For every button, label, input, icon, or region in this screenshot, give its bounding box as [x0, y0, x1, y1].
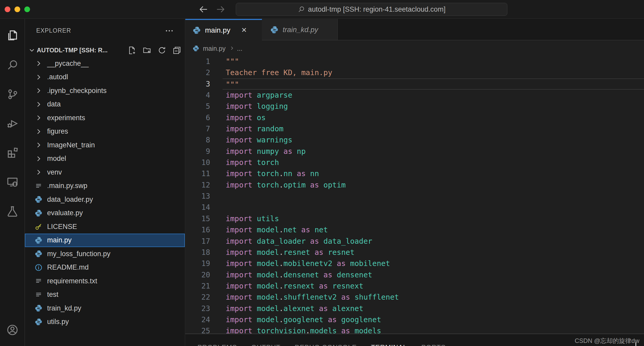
tree-item-data[interactable]: data [25, 98, 185, 111]
refresh-icon[interactable] [158, 46, 166, 55]
search-icon[interactable] [0, 50, 25, 80]
panel-tab-output[interactable]: OUTPUT [251, 343, 281, 346]
editor-area: main.py✕train_kd.py main.py ... 1"""2Tea… [185, 19, 644, 346]
tree-item-label: .ipynb_checkpoints [47, 87, 107, 95]
line-number: 22 [185, 292, 210, 303]
info-file-icon [35, 264, 42, 271]
line-number: 14 [185, 202, 210, 213]
close-window-button[interactable] [5, 6, 10, 12]
chevron-right-icon [35, 87, 42, 95]
tree-item-.autodl[interactable]: .autodl [25, 70, 185, 84]
line-number: 21 [185, 280, 210, 292]
tree-item-experiments[interactable]: experiments [25, 111, 185, 125]
collapse-all-icon[interactable] [173, 46, 181, 55]
line-content: import model.resnext as resnext [223, 280, 644, 292]
code-line: 2Teacher free KD, main.py [185, 67, 644, 78]
minimize-window-button[interactable] [14, 6, 20, 12]
tree-item-.ipynb_checkpoints[interactable]: .ipynb_checkpoints [25, 84, 185, 98]
more-actions-icon[interactable] [165, 26, 174, 35]
breadcrumb-more[interactable]: ... [237, 45, 243, 52]
python-file-icon [193, 45, 199, 52]
panel-tab-terminal[interactable]: TERMINAL [371, 343, 407, 346]
tree-item-my_loss_function.py[interactable]: my_loss_function.py [25, 247, 185, 261]
line-content: import warnings [223, 134, 644, 146]
workspace-section-header[interactable]: AUTODL-TMP [SSH: R... [25, 44, 185, 57]
tree-item-train_kd.py[interactable]: train_kd.py [25, 301, 185, 315]
line-content: import model.mobilenetv2 as mobilenet [223, 258, 644, 269]
tree-item-LICENSE[interactable]: LICENSE [25, 220, 185, 234]
tree-item-venv[interactable]: venv [25, 165, 185, 179]
explorer-icon[interactable] [0, 21, 25, 50]
tree-item-figures[interactable]: figures [25, 125, 185, 139]
tree-item-label: utils.py [47, 318, 69, 326]
tree-item-test[interactable]: test [25, 288, 185, 302]
breadcrumb-file[interactable]: main.py [203, 45, 226, 52]
command-center-search[interactable]: autodl-tmp [SSH: region-41.seetacloud.co… [236, 3, 507, 16]
line-number: 15 [185, 213, 210, 224]
tree-item-__pycache__[interactable]: __pycache__ [25, 57, 185, 70]
code-line: 22import model.shufflenetv2 as shufflene… [185, 292, 644, 303]
code-line: 9import numpy as np [185, 146, 644, 157]
tab-train_kd.py[interactable]: train_kd.py [262, 19, 338, 40]
run-debug-icon[interactable] [0, 109, 25, 138]
tree-item-ImageNet_train[interactable]: ImageNet_train [25, 138, 185, 152]
title-bar: autodl-tmp [SSH: region-41.seetacloud.co… [0, 0, 644, 19]
python-file-icon [35, 236, 42, 244]
python-file-icon [35, 250, 42, 258]
code-line: 24import model.googlenet as googlenet [185, 314, 644, 325]
panel-tab-problems[interactable]: PROBLEMS [197, 343, 237, 346]
close-icon[interactable]: ✕ [241, 26, 247, 34]
tree-item-utils.py[interactable]: utils.py [25, 315, 185, 329]
panel-tab-debug-console[interactable]: DEBUG CONSOLE [295, 343, 357, 346]
tree-item-label: __pycache__ [47, 60, 89, 68]
new-file-icon[interactable] [128, 46, 136, 55]
line-content: import random [223, 123, 644, 134]
chevron-right-icon [229, 45, 235, 52]
tree-item-.main.py.swp[interactable]: .main.py.swp [25, 179, 185, 193]
tree-item-label: .main.py.swp [47, 182, 87, 190]
text-cursor [635, 342, 636, 346]
line-content: import numpy as np [223, 146, 644, 157]
tree-item-data_loader.py[interactable]: data_loader.py [25, 193, 185, 206]
testing-icon[interactable] [0, 197, 25, 226]
account-icon[interactable] [0, 315, 25, 344]
activity-bar [0, 19, 25, 346]
line-content: Teacher free KD, main.py [223, 67, 644, 78]
line-content: import torch.optim as optim [223, 179, 644, 191]
back-arrow-icon[interactable] [198, 4, 209, 15]
code-line: 18import model.resnet as resnet [185, 247, 644, 258]
panel-tab-ports[interactable]: PORTS [421, 343, 446, 346]
line-content: import model.shufflenetv2 as shufflenet [223, 292, 644, 303]
code-line: 23import model.alexnet as alexnet [185, 303, 644, 314]
line-number: 9 [185, 146, 210, 157]
tree-item-evaluate.py[interactable]: evaluate.py [25, 206, 185, 220]
tree-item-model[interactable]: model [25, 152, 185, 166]
line-content [223, 202, 644, 213]
tree-item-README.md[interactable]: README.md [25, 261, 185, 275]
source-control-icon[interactable] [0, 80, 25, 109]
forward-arrow-icon[interactable] [215, 4, 226, 15]
new-folder-icon[interactable] [143, 46, 151, 55]
tab-main.py[interactable]: main.py✕ [185, 19, 262, 40]
vscode-window: autodl-tmp [SSH: region-41.seetacloud.co… [0, 0, 644, 346]
code-line: 11import torch.nn as nn [185, 168, 644, 179]
line-content: """ [223, 56, 644, 67]
zoom-window-button[interactable] [24, 6, 30, 12]
tree-item-label: venv [47, 168, 62, 176]
command-center-text: autodl-tmp [SSH: region-41.seetacloud.co… [308, 5, 445, 13]
code-line: 3""" [185, 78, 644, 90]
tree-item-requirements.txt[interactable]: requirements.txt [25, 274, 185, 288]
watermark: CSDN @忘却的旋律dw [575, 337, 639, 345]
remote-explorer-icon[interactable] [0, 167, 25, 197]
code-editor[interactable]: 1"""2Teacher free KD, main.py3"""4import… [185, 56, 644, 334]
tree-item-label: model [47, 155, 66, 163]
line-content [223, 191, 644, 202]
editor-tab-bar: main.py✕train_kd.py [185, 19, 644, 40]
code-line: 21import model.resnext as resnext [185, 280, 644, 292]
extensions-icon[interactable] [0, 138, 25, 167]
tree-item-main.py[interactable]: main.py [25, 234, 185, 247]
line-content: import model.googlenet as googlenet [223, 314, 644, 325]
window-controls [5, 0, 30, 19]
code-line: 15import utils [185, 213, 644, 224]
line-number: 2 [185, 67, 210, 78]
